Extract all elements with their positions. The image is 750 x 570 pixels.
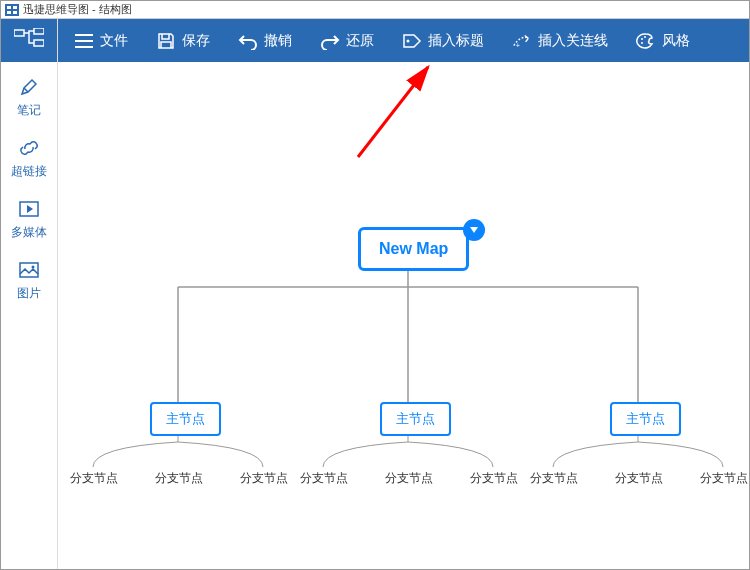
toolbar-label-save: 保存 bbox=[182, 32, 210, 50]
svg-line-11 bbox=[358, 67, 428, 157]
undo-icon bbox=[238, 31, 258, 51]
leaf-3-1[interactable]: 分支节点 bbox=[530, 470, 578, 487]
leaf-2-1[interactable]: 分支节点 bbox=[300, 470, 348, 487]
mindmap-canvas[interactable]: New Map 主节点 主节点 主节点 分支节点 分支节点 分支节点 分支节点 … bbox=[58, 62, 749, 569]
toolbar-save[interactable]: 保存 bbox=[146, 27, 220, 55]
sidebar-item-hyperlink[interactable]: 超链接 bbox=[11, 137, 47, 180]
hamburger-icon bbox=[74, 31, 94, 51]
leaf-1-1[interactable]: 分支节点 bbox=[70, 470, 118, 487]
annotation-arrow-icon bbox=[348, 62, 448, 167]
toolbar-label-insert-title: 插入标题 bbox=[428, 32, 484, 50]
root-node[interactable]: New Map bbox=[358, 227, 469, 271]
sidebar-label-image: 图片 bbox=[17, 285, 41, 302]
svg-rect-1 bbox=[34, 28, 44, 34]
logo-cell bbox=[1, 19, 57, 62]
leaf-3-2[interactable]: 分支节点 bbox=[615, 470, 663, 487]
svg-rect-2 bbox=[34, 40, 44, 46]
svg-point-8 bbox=[641, 38, 643, 40]
svg-point-9 bbox=[644, 36, 646, 38]
mindmap-logo-icon bbox=[14, 28, 44, 54]
svg-rect-4 bbox=[20, 263, 38, 277]
play-icon bbox=[18, 198, 40, 220]
leaf-1-2[interactable]: 分支节点 bbox=[155, 470, 203, 487]
pencil-icon bbox=[18, 76, 40, 98]
toolbar-label-redo: 还原 bbox=[346, 32, 374, 50]
toolbar-label-undo: 撤销 bbox=[264, 32, 292, 50]
root-node-dropdown-icon[interactable] bbox=[463, 219, 485, 241]
svg-text:+: + bbox=[516, 41, 520, 50]
main-node-2[interactable]: 主节点 bbox=[380, 402, 451, 436]
main-node-1[interactable]: 主节点 bbox=[150, 402, 221, 436]
leaf-3-3[interactable]: 分支节点 bbox=[700, 470, 748, 487]
connector-lines bbox=[58, 62, 749, 562]
toolbar-insert-title[interactable]: 插入标题 bbox=[392, 27, 494, 55]
svg-point-6 bbox=[407, 39, 410, 42]
sidebar-item-image[interactable]: 图片 bbox=[17, 259, 41, 302]
connector-icon: + bbox=[512, 31, 532, 51]
left-column: 笔记 超链接 多媒体 图片 bbox=[1, 19, 58, 569]
redo-icon bbox=[320, 31, 340, 51]
toolbar-label-file: 文件 bbox=[100, 32, 128, 50]
main-toolbar: 文件 保存 撤销 还原 插入标题 + 插入关连线 bbox=[58, 19, 749, 62]
svg-rect-0 bbox=[14, 30, 24, 36]
palette-icon bbox=[636, 31, 656, 51]
sidebar-label-note: 笔记 bbox=[17, 102, 41, 119]
root-node-label: New Map bbox=[379, 240, 448, 257]
app-icon bbox=[5, 4, 19, 16]
svg-point-10 bbox=[641, 42, 643, 44]
toolbar-file[interactable]: 文件 bbox=[64, 27, 138, 55]
sidebar-item-note[interactable]: 笔记 bbox=[17, 76, 41, 119]
toolbar-redo[interactable]: 还原 bbox=[310, 27, 384, 55]
sidebar-label-hyperlink: 超链接 bbox=[11, 163, 47, 180]
save-icon bbox=[156, 31, 176, 51]
leaf-2-3[interactable]: 分支节点 bbox=[470, 470, 518, 487]
sidebar-label-multimedia: 多媒体 bbox=[11, 224, 47, 241]
tag-icon bbox=[402, 31, 422, 51]
leaf-1-3[interactable]: 分支节点 bbox=[240, 470, 288, 487]
link-icon bbox=[18, 137, 40, 159]
window-title: 迅捷思维导图 - 结构图 bbox=[23, 2, 132, 17]
svg-point-5 bbox=[32, 266, 35, 269]
toolbar-label-insert-connector: 插入关连线 bbox=[538, 32, 608, 50]
leaf-2-2[interactable]: 分支节点 bbox=[385, 470, 433, 487]
main-node-3[interactable]: 主节点 bbox=[610, 402, 681, 436]
window-titlebar: 迅捷思维导图 - 结构图 bbox=[1, 1, 749, 19]
toolbar-style[interactable]: 风格 bbox=[626, 27, 700, 55]
sidebar-item-multimedia[interactable]: 多媒体 bbox=[11, 198, 47, 241]
toolbar-label-style: 风格 bbox=[662, 32, 690, 50]
toolbar-insert-connector[interactable]: + 插入关连线 bbox=[502, 27, 618, 55]
image-icon bbox=[18, 259, 40, 281]
toolbar-undo[interactable]: 撤销 bbox=[228, 27, 302, 55]
